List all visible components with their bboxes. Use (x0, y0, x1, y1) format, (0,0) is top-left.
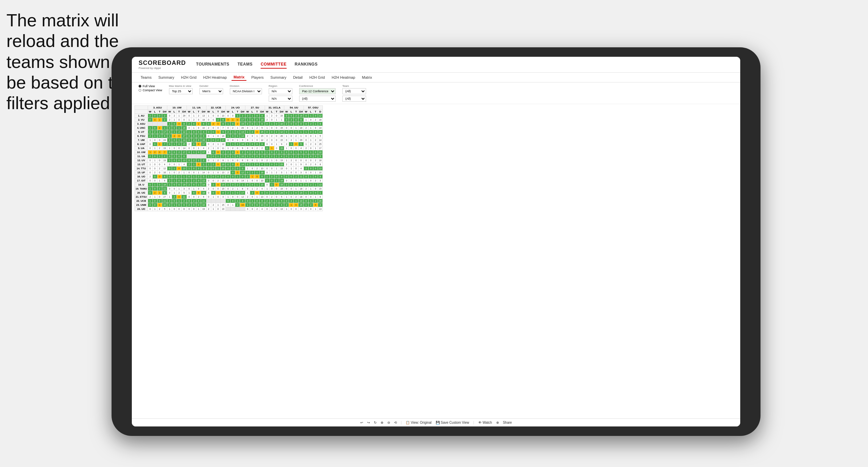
division-filter: Division NCAA Division I (230, 84, 262, 94)
matrix-cell: 2 (284, 203, 289, 207)
matrix-cell: 0 (216, 187, 220, 191)
watch-btn[interactable]: 👁 Watch (478, 421, 492, 424)
matrix-cell: 0 (289, 163, 294, 167)
undo-btn[interactable]: ↩ (360, 421, 363, 424)
matrix-cell: 1 (167, 171, 172, 175)
sub-nav-h2h-heatmap2[interactable]: H2H Heatmap (330, 74, 357, 80)
nav-committee[interactable]: COMMITTEE (261, 60, 287, 69)
matrix-cell: 0 (196, 150, 201, 154)
conference-select2[interactable]: (All) (299, 96, 336, 102)
gender-select[interactable]: Men's (199, 88, 223, 94)
matrix-cell: 4 (201, 187, 206, 191)
matrix-cell: 3 (201, 167, 206, 171)
matrix-cell: 0 (309, 118, 313, 122)
team-select[interactable]: (All) (342, 88, 366, 94)
share-btn[interactable]: Share (503, 421, 512, 424)
matrix-cell: 17 (182, 150, 187, 154)
matrix-cell: 8 (182, 207, 187, 211)
sub-nav-summary2[interactable]: Summary (268, 74, 288, 80)
matrix-cell: 1 (255, 134, 259, 138)
full-view-option[interactable]: Full View (139, 84, 162, 88)
matrix-cell: 1 (231, 203, 235, 207)
matrix-cell: 1 (148, 163, 152, 167)
refresh-btn[interactable]: ↻ (374, 421, 377, 424)
conference-select[interactable]: Pac-12 Conference (299, 88, 336, 94)
matrix-cell: 1 (152, 158, 157, 163)
matrix-cell: 19 (220, 134, 226, 138)
matrix-cell: 0 (226, 142, 231, 146)
matrix-cell: 12 (240, 171, 245, 175)
zoom-out-btn[interactable]: ⊖ (387, 421, 390, 424)
compact-view-radio[interactable] (139, 89, 141, 92)
matrix-cell: 2 (235, 203, 240, 207)
sub-nav-teams[interactable]: Teams (139, 74, 153, 80)
matrix-cell: 0 (148, 158, 152, 163)
matrix-cell: 3 (318, 203, 323, 207)
matrix-cell: 26 (279, 134, 284, 138)
matrix-cell: 8 (182, 122, 187, 126)
matrix-cell: 2 (309, 142, 313, 146)
matrix-cell: 0 (294, 203, 298, 207)
matrix-cell: 16 (182, 126, 187, 130)
matrix-cell: 0 (274, 199, 279, 203)
matrix-cell: 19 (259, 118, 265, 122)
matrix-cell: 1 (250, 175, 255, 179)
matrix-cell: 2 (269, 195, 274, 199)
matrix-cell: 0 (191, 207, 196, 211)
sub-nav-players[interactable]: Players (249, 74, 266, 80)
zoom-btn[interactable]: ⊕ (381, 421, 383, 424)
sub-t-3: T (196, 110, 201, 114)
view-original-btn[interactable]: 📋 View: Original (406, 421, 432, 424)
sub-nav-summary1[interactable]: Summary (156, 74, 176, 80)
redo-btn[interactable]: ↪ (367, 421, 370, 424)
matrix-cell: 0 (235, 134, 240, 138)
matrix-cell: 0 (172, 146, 177, 150)
matrix-cell: 0 (231, 175, 235, 179)
sub-nav-matrix2[interactable]: Matrix (360, 74, 374, 80)
reset-btn[interactable]: ⟲ (394, 421, 397, 424)
full-view-radio[interactable] (139, 85, 141, 88)
matrix-cell: 0 (250, 142, 255, 146)
matrix-cell: 0 (152, 167, 157, 171)
matrix-cell: 0 (250, 195, 255, 199)
matrix-cell: 16 (201, 138, 206, 142)
matrix-cell: 27 (162, 195, 167, 199)
sub-nav-h2h-grid2[interactable]: H2H Grid (307, 74, 327, 80)
matrix-cell: 0 (289, 146, 294, 150)
max-teams-select[interactable]: Top 25 (169, 88, 193, 94)
matrix-cell: 4 (201, 146, 206, 150)
nav-tournaments[interactable]: TOURNAMENTS (196, 60, 230, 69)
matrix-cell: 0 (265, 122, 269, 126)
matrix-cell: 0 (231, 183, 235, 187)
matrix-cell (211, 199, 216, 203)
share-icon[interactable]: ⊕ (496, 421, 499, 424)
matrix-cell: 0 (255, 142, 259, 146)
table-row: 22. UCB100112012020110013010820050211301… (135, 199, 323, 203)
sub-nav-h2h-heatmap1[interactable]: H2H Heatmap (201, 74, 229, 80)
matrix-cell: 0 (167, 154, 172, 158)
matrix-cell: 1 (216, 154, 220, 158)
sub-nav-matrix1[interactable]: Matrix (232, 74, 246, 81)
region-select[interactable]: N/A (269, 88, 292, 94)
team-select2[interactable]: (All) (342, 96, 366, 102)
sub-nav-detail[interactable]: Detail (291, 74, 305, 80)
matrix-cell: 2 (309, 122, 313, 126)
sub-nav-h2h-grid1[interactable]: H2H Grid (179, 74, 198, 80)
matrix-cell: 0 (245, 146, 250, 150)
matrix-cell: 0 (250, 167, 255, 171)
matrix-cell: 2 (167, 118, 172, 122)
matrix-cell: 0 (309, 195, 313, 199)
division-select[interactable]: NCAA Division I (230, 88, 262, 94)
compact-view-option[interactable]: Compact View (139, 89, 162, 92)
matrix-cell: 13 (318, 207, 323, 211)
matrix-cell: 1 (298, 130, 304, 134)
matrix-cell: 0 (152, 118, 157, 122)
save-custom-btn[interactable]: 💾 Save Custom View (436, 421, 469, 424)
nav-teams[interactable]: TEAMS (238, 60, 253, 69)
region-select2[interactable]: N/A (269, 96, 292, 102)
nav-rankings[interactable]: RANKINGS (295, 60, 318, 69)
matrix-cell: 2 (162, 154, 167, 158)
matrix-cell: 0 (245, 122, 250, 126)
matrix-cell: 0 (187, 126, 191, 130)
matrix-cell: 18 (240, 142, 245, 146)
